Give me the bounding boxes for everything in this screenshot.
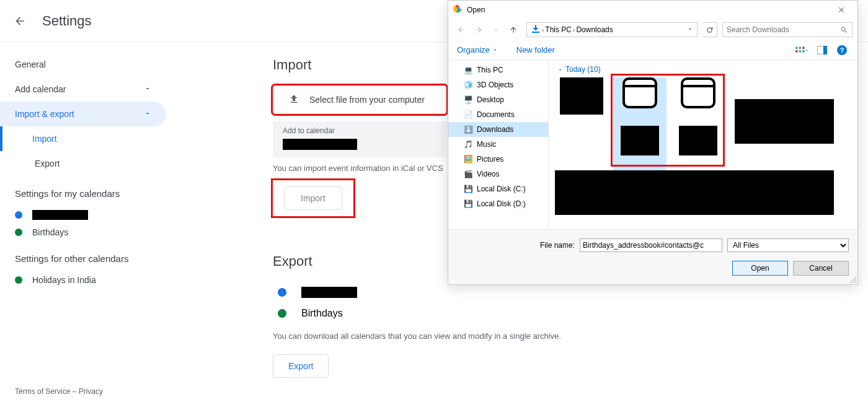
tree-desktop[interactable]: 🖥️Desktop	[448, 92, 548, 107]
footer-sep: –	[70, 387, 78, 396]
back-button[interactable]	[12, 14, 27, 28]
tree-music[interactable]: 🎵Music	[448, 137, 548, 152]
cancel-button[interactable]: Cancel	[793, 261, 849, 276]
nav-add-calendar-label: Add calendar	[15, 84, 66, 94]
resize-grip-icon[interactable]	[849, 276, 856, 283]
disk-icon: 💾	[463, 184, 473, 194]
calendar-name-redacted	[301, 287, 357, 298]
file-open-dialog: Open › This PC › Downloads Organize New …	[448, 0, 858, 285]
sidebar: General Add calendar Import & export Imp…	[0, 42, 174, 378]
breadcrumb-item-1[interactable]: Downloads	[576, 25, 613, 34]
svg-rect-1	[532, 32, 539, 33]
tree-pictures[interactable]: 🖼️Pictures	[448, 152, 548, 167]
preview-pane-button[interactable]	[815, 43, 829, 57]
documents-icon: 📄	[463, 110, 473, 120]
file-thumb-xwide[interactable]	[555, 170, 834, 215]
file-list-panel: Today (10)	[549, 60, 857, 229]
videos-icon: 🎬	[463, 169, 473, 179]
file-thumb-wide[interactable]	[735, 99, 834, 144]
music-icon: 🎵	[463, 139, 473, 149]
file-icon	[681, 77, 715, 108]
view-mode-button[interactable]	[795, 43, 809, 57]
file-thumb-0[interactable]	[555, 77, 608, 133]
my-calendar-item-0[interactable]	[0, 206, 174, 224]
export-calendar-row-0	[273, 282, 868, 303]
terms-link[interactable]: Terms of Service	[15, 387, 70, 396]
add-to-calendar-dropdown[interactable]: Add to calendar	[273, 121, 446, 157]
organize-label: Organize	[457, 45, 490, 55]
my-calendar-item-1[interactable]: Birthdays	[0, 224, 174, 241]
nav-recent-dropdown[interactable]	[488, 22, 504, 37]
export-calendar-row-1: Birthdays	[273, 303, 868, 324]
dialog-nav: › This PC › Downloads	[448, 19, 857, 40]
calendar-color-dot	[15, 229, 22, 236]
my-calendars-heading: Settings for my calendars	[0, 176, 174, 206]
svg-rect-2	[795, 46, 798, 49]
chevron-down-icon	[492, 47, 498, 53]
help-button[interactable]: ?	[835, 43, 849, 57]
calendar-name: Birthdays	[301, 308, 343, 319]
select-file-button[interactable]: Select file from your computer	[273, 85, 446, 114]
nav-import-export-label: Import & export	[15, 109, 74, 119]
breadcrumb-item-0[interactable]: This PC	[545, 25, 572, 34]
dialog-toolbar: Organize New folder ?	[448, 40, 857, 60]
search-input[interactable]	[727, 25, 840, 34]
tree-disk-c[interactable]: 💾Local Disk (C:)	[448, 181, 548, 196]
folder-tree[interactable]: 💻This PC 🧊3D Objects 🖥️Desktop 📄Document…	[448, 60, 549, 229]
tree-this-pc[interactable]: 💻This PC	[448, 63, 548, 77]
nav-import-export[interactable]: Import & export	[0, 102, 166, 126]
select-file-label: Select file from your computer	[309, 95, 425, 105]
chevron-down-icon	[144, 84, 151, 94]
subnav-import[interactable]: Import	[0, 126, 174, 151]
3d-icon: 🧊	[463, 80, 473, 90]
file-group-today[interactable]: Today (10)	[555, 65, 851, 74]
subnav-export[interactable]: Export	[0, 151, 174, 176]
filename-input[interactable]	[580, 238, 722, 252]
other-calendar-item-0[interactable]: Holidays in India	[0, 271, 174, 289]
other-calendars-heading: Settings for other calendars	[0, 241, 174, 271]
calendar-name-redacted	[32, 210, 88, 220]
nav-up-button[interactable]	[505, 22, 521, 37]
file-icon	[622, 77, 657, 108]
tree-3d-objects[interactable]: 🧊3D Objects	[448, 77, 548, 92]
svg-rect-6	[799, 50, 802, 53]
chevron-down-icon	[557, 67, 563, 72]
file-thumb-1[interactable]	[613, 77, 666, 133]
nav-back-button[interactable]	[453, 22, 469, 37]
organize-menu[interactable]: Organize	[457, 45, 498, 55]
nav-general[interactable]: General	[0, 52, 166, 77]
import-export-sublinks: Import Export	[0, 126, 174, 176]
pc-icon: 💻	[463, 65, 473, 75]
chevron-up-icon	[144, 109, 151, 119]
open-button[interactable]: Open	[732, 261, 788, 276]
calendar-name: Holidays in India	[32, 275, 96, 285]
desktop-icon: 🖥️	[463, 95, 473, 105]
tree-disk-d[interactable]: 💾Local Disk (D:)	[448, 196, 548, 211]
dialog-close-button[interactable]	[830, 1, 852, 19]
calendar-color-dot	[15, 211, 22, 219]
downloads-icon	[531, 24, 541, 36]
calendar-name: Birthdays	[32, 227, 68, 237]
search-box[interactable]	[722, 22, 852, 37]
import-button[interactable]: Import	[284, 186, 342, 210]
tree-videos[interactable]: 🎬Videos	[448, 167, 548, 181]
tree-documents[interactable]: 📄Documents	[448, 107, 548, 122]
add-to-calendar-label: Add to calendar	[283, 126, 436, 135]
refresh-button[interactable]	[702, 22, 717, 37]
tree-downloads[interactable]: ⬇️Downloads	[448, 122, 548, 137]
filename-label: File name:	[540, 241, 575, 250]
export-hint: You can download all calendars that you …	[273, 331, 868, 341]
file-type-filter[interactable]: All Files	[727, 238, 849, 252]
svg-rect-9	[823, 46, 827, 55]
address-bar[interactable]: › This PC › Downloads	[526, 22, 698, 37]
file-thumb-2[interactable]	[671, 77, 725, 133]
svg-rect-5	[795, 50, 798, 53]
upload-icon	[288, 94, 299, 107]
chevron-down-icon[interactable]	[687, 25, 693, 34]
new-folder-button[interactable]: New folder	[516, 45, 555, 55]
nav-forward-button[interactable]	[471, 22, 487, 37]
nav-add-calendar[interactable]: Add calendar	[0, 77, 166, 102]
privacy-link[interactable]: Privacy	[79, 387, 103, 396]
page-title: Settings	[42, 13, 92, 29]
export-button[interactable]: Export	[273, 354, 329, 378]
